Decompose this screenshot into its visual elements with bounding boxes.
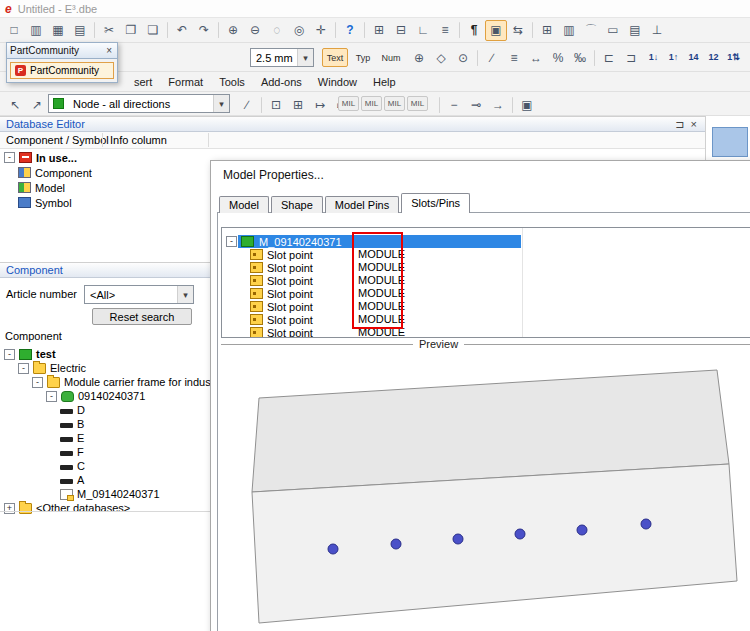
menu-item[interactable]: Format: [160, 72, 211, 92]
line-icon[interactable]: ∕: [481, 47, 503, 68]
separator[interactable]: [261, 97, 262, 113]
expander-icon[interactable]: -: [4, 152, 15, 163]
next-view-icon[interactable]: ↗: [26, 94, 48, 115]
expander-icon[interactable]: -: [46, 391, 57, 402]
column-info[interactable]: Info column: [110, 134, 167, 146]
save-icon[interactable]: ▦: [47, 20, 69, 41]
tree-item[interactable]: F: [0, 445, 210, 459]
grid-icon[interactable]: ⊞: [368, 20, 390, 41]
slot-row[interactable]: Slot point MODULE: [222, 274, 750, 287]
menu-item[interactable]: Tools: [211, 72, 253, 92]
align-right-icon[interactable]: ⊐: [620, 47, 642, 68]
column-component-symbol[interactable]: Component / Symbol: [6, 134, 109, 146]
dialog-tab[interactable]: Model: [219, 196, 269, 213]
menu-item[interactable]: sert: [126, 72, 160, 92]
separator[interactable]: [335, 22, 336, 38]
bus-icon[interactable]: ≡: [503, 47, 525, 68]
sort-up-icon[interactable]: 1↑: [664, 48, 683, 65]
terminal-icon[interactable]: ⊥: [646, 20, 668, 41]
permille-icon[interactable]: ‰: [569, 47, 591, 68]
chevron-down-icon[interactable]: ▾: [213, 95, 229, 112]
separator[interactable]: [94, 22, 95, 38]
tree-item[interactable]: M_09140240371: [0, 487, 210, 501]
paragraph-icon[interactable]: ¶: [463, 20, 485, 41]
slot-row[interactable]: Slot point MODULE: [222, 261, 750, 274]
tree-item[interactable]: Symbol: [0, 195, 210, 210]
minus-icon[interactable]: −: [443, 94, 465, 115]
insert-symbol-icon[interactable]: ⊕: [408, 47, 430, 68]
menu-item[interactable]: Window: [310, 72, 365, 92]
tree-item[interactable]: A: [0, 473, 210, 487]
menu-item[interactable]: Help: [365, 72, 404, 92]
frame-icon[interactable]: ▭: [602, 20, 624, 41]
undo-icon[interactable]: ↶: [171, 20, 193, 41]
dimension-icon[interactable]: ↔: [525, 47, 547, 68]
pin-icon[interactable]: ⊐: [672, 118, 687, 131]
tree-item[interactable]: E: [0, 431, 210, 445]
align-left-icon[interactable]: ⊏: [598, 47, 620, 68]
tree-item[interactable]: D: [0, 403, 210, 417]
sheet-icon[interactable]: ▤: [624, 20, 646, 41]
separator[interactable]: [512, 97, 513, 113]
article-number-combo[interactable]: <All> ▾: [84, 285, 194, 304]
tree-item[interactable]: Component: [0, 165, 210, 180]
tree-item[interactable]: - In use...: [0, 150, 210, 165]
slot-row[interactable]: Slot point MODULE: [222, 326, 750, 338]
separator[interactable]: [532, 22, 533, 38]
mil-button[interactable]: MIL: [338, 96, 359, 111]
snap-icon[interactable]: ⊟: [390, 20, 412, 41]
zoom-out-icon[interactable]: ⊖: [244, 20, 266, 41]
text-mode-button[interactable]: Text: [322, 48, 348, 67]
redo-icon[interactable]: ↷: [193, 20, 215, 41]
zoom-in-icon[interactable]: ⊕: [222, 20, 244, 41]
close-icon[interactable]: ×: [688, 118, 700, 130]
tree-item[interactable]: - Electric: [0, 361, 210, 375]
partcommunity-item[interactable]: P PartCommunity: [10, 62, 114, 79]
slot-row[interactable]: Slot point MODULE: [222, 248, 750, 261]
tree-item[interactable]: - test: [0, 347, 210, 361]
junction-icon[interactable]: ⊙: [452, 47, 474, 68]
node-direction-combo[interactable]: Node - all directions ▾: [48, 94, 230, 113]
num-mode-button[interactable]: Num: [378, 48, 404, 67]
multimap-icon[interactable]: ⊸: [465, 94, 487, 115]
node-icon[interactable]: ◇: [430, 47, 452, 68]
partcommunity-header[interactable]: PartCommunity ×: [6, 42, 118, 59]
slash-icon[interactable]: ∕: [236, 94, 258, 115]
grid12-icon[interactable]: 12: [704, 48, 723, 65]
new-icon[interactable]: □: [3, 20, 25, 41]
prev-view-icon[interactable]: ↖: [4, 94, 26, 115]
typ-mode-button[interactable]: Typ: [350, 48, 376, 67]
tree-item[interactable]: - Module carrier frame for industrial c: [0, 375, 210, 389]
cut-icon[interactable]: ✂: [98, 20, 120, 41]
grid14-icon[interactable]: 14: [684, 48, 703, 65]
dialog-tab[interactable]: Slots/Pins: [401, 193, 470, 213]
paste-icon[interactable]: ❏: [142, 20, 164, 41]
mil-button[interactable]: MIL: [361, 96, 382, 111]
table-icon[interactable]: ⊞: [536, 20, 558, 41]
arrow-right-icon[interactable]: →: [487, 94, 509, 115]
arc-icon[interactable]: ⌒: [580, 20, 602, 41]
print-icon[interactable]: ▤: [69, 20, 91, 41]
open-icon[interactable]: ▥: [25, 20, 47, 41]
grid-show-icon[interactable]: ⊞: [287, 94, 309, 115]
slots-root-row[interactable]: - M_09140240371: [222, 235, 750, 248]
tree-item[interactable]: Model: [0, 180, 210, 195]
pan-icon[interactable]: ✛: [310, 20, 332, 41]
separator[interactable]: [439, 97, 440, 113]
layer-icon[interactable]: ≡: [434, 20, 456, 41]
separator[interactable]: [477, 50, 478, 66]
separator[interactable]: [218, 22, 219, 38]
expander-icon[interactable]: -: [32, 377, 43, 388]
sort-down-icon[interactable]: 1↓: [644, 48, 663, 65]
percent-icon[interactable]: %: [547, 47, 569, 68]
zoom-window-icon[interactable]: ◌: [266, 20, 288, 41]
range-icon[interactable]: 1⇅: [724, 48, 743, 65]
columns-icon[interactable]: ▥: [558, 20, 580, 41]
chevron-down-icon[interactable]: ▾: [177, 286, 193, 303]
tree-item[interactable]: B: [0, 417, 210, 431]
slot-row[interactable]: Slot point MODULE: [222, 313, 750, 326]
ortho-icon[interactable]: ∟: [412, 20, 434, 41]
mil-button[interactable]: MIL: [384, 96, 405, 111]
dialog-tab[interactable]: Model Pins: [325, 196, 399, 213]
copy-icon[interactable]: ❐: [120, 20, 142, 41]
